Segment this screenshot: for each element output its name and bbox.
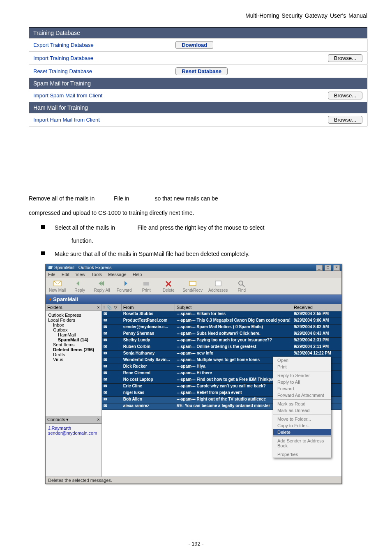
svg-rect-1 <box>143 282 149 286</box>
tb-forward[interactable]: Forward <box>116 280 132 292</box>
msg-from: nigel lukas <box>122 390 175 396</box>
message-list-header: !📎▽ From Subject Received <box>102 304 341 311</box>
message-row[interactable]: ✉ProductTestPanel.com---spam--- This 6.3… <box>102 318 341 325</box>
message-row[interactable]: ✉sender@mydomain.c...---spam--- Spam Mai… <box>102 325 341 331</box>
folder-pane: Folders× Outlook ExpressLocal FoldersInb… <box>46 304 102 477</box>
window-titlebar: 📨 SpamMail - Outlook Express _ □ × <box>46 264 341 271</box>
folder-tree[interactable]: Outlook ExpressLocal FoldersInboxOutboxH… <box>46 311 101 416</box>
close-pane-icon[interactable]: × <box>97 417 99 422</box>
section-spam-training: Spam Mail for Training <box>29 78 367 89</box>
tb-send-recv[interactable]: Send/Recv <box>182 280 203 292</box>
context-menu-item[interactable]: Mark as Unread <box>273 407 331 414</box>
import-ham-label: Import Ham Mail from Client <box>33 117 100 123</box>
svg-rect-3 <box>215 281 221 286</box>
menu-view[interactable]: View <box>76 272 85 277</box>
message-row[interactable]: ✉Ruben Corbin---spam--- Online ordering … <box>102 344 341 351</box>
context-menu-item[interactable]: Delete <box>273 429 331 435</box>
folders-header: Folders× <box>46 304 101 311</box>
maximize-icon[interactable]: □ <box>325 265 331 271</box>
menu-help[interactable]: Help <box>133 272 142 277</box>
contact-item[interactable]: J.Raymarth <box>48 426 99 431</box>
menu-separator <box>273 415 331 415</box>
folder-item[interactable]: HamMail <box>58 332 99 337</box>
col-subject[interactable]: Subject <box>175 304 292 311</box>
msg-from: Penny Sherman <box>122 331 175 337</box>
msg-received: 9/29/2004 2:31 PM <box>292 338 341 344</box>
msg-from: Rene Clement <box>122 371 175 377</box>
msg-icons: ✉ <box>102 325 122 331</box>
tb-find[interactable]: Find <box>233 280 250 292</box>
col-flags[interactable]: !📎▽ <box>102 304 122 311</box>
window-controls: _ □ × <box>315 265 340 271</box>
toolbar: New Mail Reply Reply All Forward Print D… <box>46 278 341 295</box>
contact-item[interactable]: sender@mydomain.com <box>48 431 99 435</box>
message-row[interactable]: ✉Shelby Lundy---spam--- Paying too much … <box>102 338 341 344</box>
col-received[interactable]: Received <box>292 304 341 311</box>
context-menu-item[interactable]: Forward <box>273 385 331 392</box>
msg-from: sender@mydomain.c... <box>122 325 175 331</box>
msg-subject: ---spam--- This 6.3 Megapixel Canon Dig … <box>175 318 292 324</box>
context-menu-item[interactable]: Copy to Folder... <box>273 422 331 429</box>
tb-delete[interactable]: Delete <box>160 280 177 292</box>
msg-from: Eric Cline <box>122 384 175 390</box>
status-bar: Deletes the selected messages. <box>46 477 341 484</box>
tb-addresses[interactable]: Addresses <box>208 280 228 292</box>
tb-reply[interactable]: Reply <box>71 280 88 292</box>
minimize-icon[interactable]: _ <box>316 265 323 271</box>
folder-item[interactable]: Drafts <box>53 352 99 357</box>
folder-item[interactable]: Outlook Express <box>48 313 99 318</box>
menu-message[interactable]: Message <box>108 272 127 277</box>
menu-edit[interactable]: Edit <box>62 272 69 277</box>
reset-database-button[interactable]: Reset Database <box>175 67 228 75</box>
folder-item[interactable]: Sent Items <box>53 342 99 347</box>
browse-button-ham[interactable]: Browse... <box>328 116 362 124</box>
tb-print[interactable]: Print <box>138 280 154 292</box>
message-row[interactable]: ✉Rosetta Stubbs---spam--- Vilkam for les… <box>102 311 341 318</box>
folder-item[interactable]: SpamMail (14) <box>58 337 99 342</box>
svg-line-5 <box>242 285 244 287</box>
message-row[interactable]: ✉Penny Sherman---spam--- Subs Need softw… <box>102 331 341 338</box>
context-menu-item[interactable]: Move to Folder... <box>273 416 331 422</box>
context-menu-item[interactable]: Add Sender to Address Book <box>273 438 331 449</box>
folder-item[interactable]: Local Folders <box>48 318 99 322</box>
context-menu-item[interactable]: Print <box>273 364 331 370</box>
msg-subject: ---spam--- Spam Mail Notice. ( 0 Spam Ma… <box>175 325 292 331</box>
section-training-db: Training Database <box>29 28 367 39</box>
msg-from: No cost Laptop <box>122 377 175 383</box>
page-number: - 192 - <box>0 541 392 547</box>
folder-item[interactable]: Virus <box>53 357 99 362</box>
close-icon[interactable]: × <box>333 265 340 271</box>
tb-new-mail[interactable]: New Mail <box>49 280 66 292</box>
folder-item[interactable]: Inbox <box>53 322 99 327</box>
menu-separator <box>273 436 331 437</box>
menu-file[interactable]: File <box>48 272 55 277</box>
context-menu-item[interactable]: Mark as Read <box>273 401 331 407</box>
menu-separator <box>273 450 331 450</box>
context-menu-item[interactable]: Reply to Sender <box>273 372 331 379</box>
para-line-2: compressed and upload to CS-1000 to trai… <box>29 207 367 219</box>
menu-bar: File Edit View Tools Message Help <box>46 271 341 278</box>
msg-received: 9/29/2004 8:02 AM <box>292 325 341 331</box>
download-button[interactable]: Download <box>175 41 213 49</box>
context-menu-item[interactable]: Properties <box>273 451 331 458</box>
bullet-square-icon <box>41 225 45 229</box>
msg-subject: ---spam--- Vilkam for less <box>175 311 292 318</box>
tb-reply-all[interactable]: Reply All <box>94 280 110 292</box>
context-menu-item[interactable]: Reply to All <box>273 379 331 385</box>
msg-subject: ---spam--- Online ordering is the greate… <box>175 344 292 350</box>
msg-from: Ruben Corbin <box>122 344 175 350</box>
msg-subject: ---spam--- Paying too much for your Insu… <box>175 338 292 344</box>
msg-icons: ✉ <box>102 351 122 357</box>
folder-item[interactable]: Outbox <box>53 327 99 332</box>
context-menu-item[interactable]: Forward As Attachment <box>273 392 331 398</box>
browse-button-spam[interactable]: Browse... <box>328 92 362 99</box>
import-spam-label: Import Spam Mail from Client <box>33 92 102 99</box>
browse-button-training[interactable]: Browse... <box>328 54 362 62</box>
menu-tools[interactable]: Tools <box>91 272 102 277</box>
context-menu-item[interactable]: Open <box>273 357 331 364</box>
contacts-list[interactable]: J.Raymarthsender@mydomain.com <box>46 424 101 477</box>
col-from[interactable]: From <box>122 304 175 311</box>
folder-item[interactable]: Deleted Items (296) <box>53 347 99 352</box>
close-pane-icon[interactable]: × <box>97 305 99 310</box>
msg-from: Wonderful Daily Savin... <box>122 357 175 364</box>
